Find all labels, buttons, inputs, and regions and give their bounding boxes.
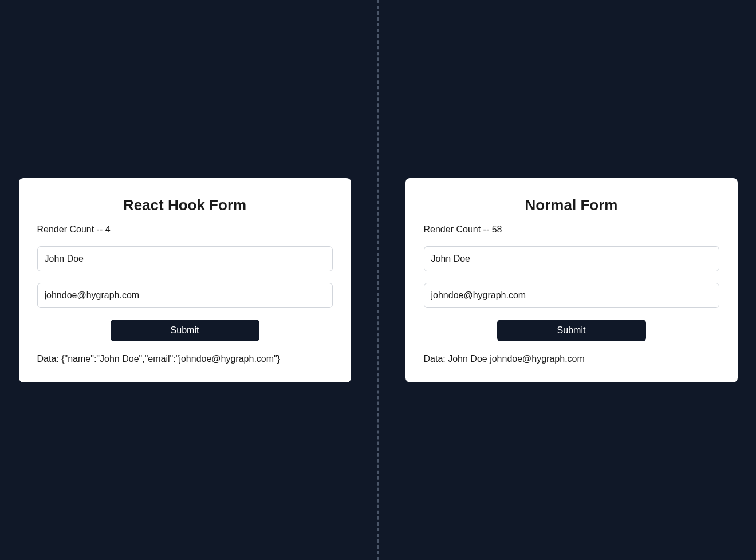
email-input-right[interactable] [424, 283, 719, 308]
submit-row-right: Submit [424, 320, 719, 341]
card-title-right: Normal Form [424, 196, 719, 214]
email-input-left[interactable] [37, 283, 333, 308]
data-output-left: Data: {"name":"John Doe","email":"johndo… [37, 354, 333, 364]
submit-button-left[interactable]: Submit [111, 320, 259, 341]
react-hook-form-card: React Hook Form Render Count -- 4 Submit… [19, 178, 351, 382]
submit-row-left: Submit [37, 320, 333, 341]
vertical-divider [377, 0, 379, 560]
name-input-left[interactable] [37, 246, 333, 271]
name-input-right[interactable] [424, 246, 719, 271]
normal-form-card: Normal Form Render Count -- 58 Submit Da… [405, 178, 738, 382]
submit-button-right[interactable]: Submit [497, 320, 646, 341]
right-panel: Normal Form Render Count -- 58 Submit Da… [387, 0, 756, 560]
card-title-left: React Hook Form [37, 196, 333, 214]
left-panel: React Hook Form Render Count -- 4 Submit… [0, 0, 369, 560]
render-count-left: Render Count -- 4 [37, 224, 333, 235]
data-output-right: Data: John Doe johndoe@hygraph.com [424, 354, 719, 364]
render-count-right: Render Count -- 58 [424, 224, 719, 235]
